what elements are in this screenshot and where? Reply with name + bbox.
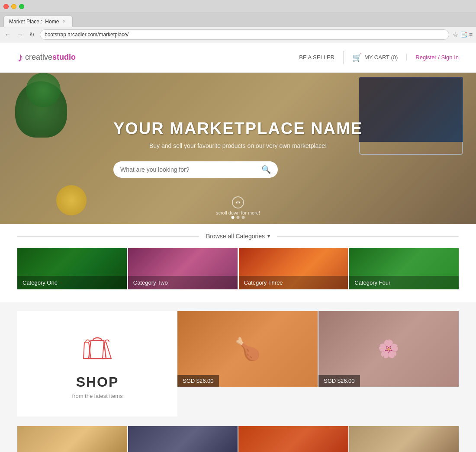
product-card-1[interactable]: 🍗 SGD $26.00 — [177, 311, 318, 387]
hero-subtitle: Buy and sell your favourite products on … — [113, 142, 363, 149]
category-item-three[interactable]: Category Three — [239, 248, 348, 289]
star-icon[interactable]: ☆ — [453, 31, 458, 38]
categories-right-line — [277, 236, 459, 237]
category-item-two[interactable]: Category Two — [128, 248, 238, 289]
bookmark-icon[interactable]: 📑 — [460, 31, 467, 38]
product-price-2: SGD $26.00 — [318, 375, 360, 387]
site-header: ♪ creativestudio BE A SELLER 🛒 MY CART (… — [0, 42, 476, 73]
category-one-label: Category One — [17, 276, 127, 289]
header-divider — [343, 51, 344, 64]
forward-button[interactable]: → — [16, 30, 24, 39]
hero-search-bar: 🔍 — [113, 161, 278, 178]
hero-cup-decoration — [56, 185, 87, 215]
shop-bags-icon — [80, 328, 115, 367]
carousel-dot-2[interactable] — [237, 216, 240, 219]
cart-icon: 🛒 — [352, 53, 362, 62]
register-button[interactable]: Register / Sign In — [406, 54, 459, 61]
bottom-product-2[interactable] — [128, 426, 238, 452]
hero-title: YOUR MARKETPLACE NAME — [113, 119, 363, 138]
close-window-button[interactable] — [3, 4, 9, 9]
toolbar-icons: ☆ 📑 ≡ — [453, 31, 473, 38]
browser-tab[interactable]: Market Place :: Home ✕ — [3, 16, 73, 27]
hero-section: YOUR MARKETPLACE NAME Buy and sell your … — [0, 73, 476, 224]
minimize-window-button[interactable] — [11, 4, 16, 9]
product-price-1: SGD $26.00 — [177, 375, 219, 387]
browser-titlebar — [0, 0, 476, 13]
hero-carousel-dots — [232, 216, 245, 219]
chevron-down-icon: ▾ — [267, 233, 270, 239]
logo-text: creativestudio — [25, 53, 76, 62]
cart-button[interactable]: 🛒 MY CART (0) — [352, 53, 398, 62]
cart-label: MY CART (0) — [364, 54, 398, 61]
search-button[interactable]: 🔍 — [261, 165, 271, 174]
hero-plant-top — [26, 73, 61, 107]
back-button[interactable]: ← — [3, 30, 12, 39]
tab-title: Market Place :: Home — [9, 19, 59, 25]
category-four-label: Category Four — [349, 276, 459, 289]
logo-studio: studio — [52, 53, 76, 61]
be-seller-link[interactable]: BE A SELLER — [299, 54, 334, 61]
shop-promo: SHOP from the latest items — [17, 311, 177, 417]
categories-left-line — [17, 236, 199, 237]
menu-icon[interactable]: ≡ — [469, 31, 473, 38]
hero-scroll-indicator: ⊙ scroll down for more! — [216, 196, 260, 215]
shop-section: SHOP from the latest items 🍗 SGD $26.00 … — [0, 302, 476, 425]
carousel-dot-1[interactable] — [232, 216, 235, 219]
hero-content: YOUR MARKETPLACE NAME Buy and sell your … — [113, 119, 363, 178]
tab-close-button[interactable]: ✕ — [62, 19, 66, 24]
maximize-window-button[interactable] — [19, 4, 24, 9]
product-card-2[interactable]: 🌸 SGD $26.00 — [318, 311, 459, 387]
categories-section: Browse all Categories ▾ Category One Cat… — [0, 224, 476, 302]
carousel-dot-3[interactable] — [242, 216, 245, 219]
logo[interactable]: ♪ creativestudio — [17, 51, 76, 64]
logo-icon: ♪ — [17, 51, 23, 64]
category-item-four[interactable]: Category Four — [349, 248, 459, 289]
browse-categories-button[interactable]: Browse all Categories ▾ — [206, 233, 270, 240]
browser-addressbar: ← → ↻ ☆ 📑 ≡ — [0, 27, 476, 42]
scroll-circle: ⊙ — [232, 196, 244, 208]
search-input[interactable] — [120, 166, 258, 173]
categories-grid: Category One Category Two Category Three… — [17, 248, 459, 289]
category-item-one[interactable]: Category One — [17, 248, 127, 289]
logo-creative: creative — [25, 53, 52, 61]
website-content: ♪ creativestudio BE A SELLER 🛒 MY CART (… — [0, 42, 476, 452]
bottom-product-4[interactable] — [349, 426, 459, 452]
category-three-label: Category Three — [239, 276, 348, 289]
shop-products-grid: 🍗 SGD $26.00 🌸 SGD $26.00 — [177, 311, 459, 417]
bottom-products-row — [0, 425, 476, 452]
shop-subtitle: from the latest items — [72, 393, 122, 399]
browser-chrome: Market Place :: Home ✕ ← → ↻ ☆ 📑 ≡ — [0, 0, 476, 42]
header-right: BE A SELLER 🛒 MY CART (0) Register / Sig… — [299, 51, 459, 64]
categories-header: Browse all Categories ▾ — [17, 233, 459, 240]
shop-title: SHOP — [76, 374, 119, 390]
bottom-product-3[interactable] — [238, 426, 348, 452]
browse-categories-label: Browse all Categories — [206, 233, 265, 240]
scroll-text: scroll down for more! — [216, 210, 260, 215]
hero-laptop-screen — [359, 77, 463, 142]
address-bar[interactable] — [40, 29, 449, 40]
reload-button[interactable]: ↻ — [28, 30, 36, 39]
category-two-label: Category Two — [128, 276, 238, 289]
browser-tab-bar: Market Place :: Home ✕ — [0, 13, 476, 27]
bottom-product-1[interactable] — [17, 426, 127, 452]
